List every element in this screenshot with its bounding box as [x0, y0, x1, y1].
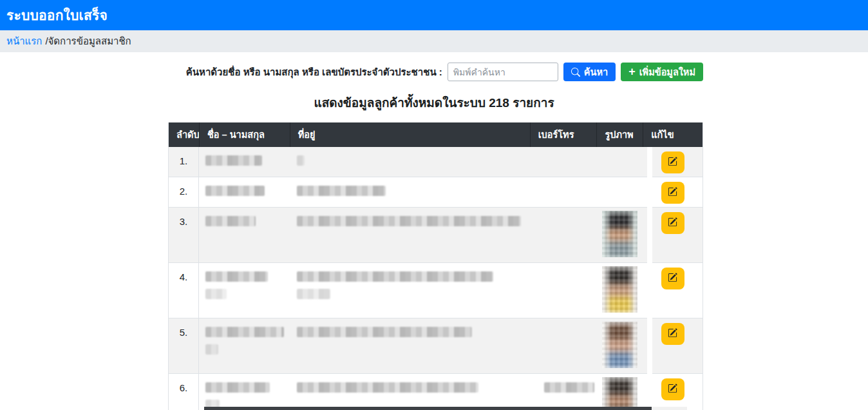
- column-header-name: ชื่อ – นามสกุล: [199, 122, 290, 147]
- column-header-phone: เบอร์โทรติดต่อ: [530, 122, 597, 147]
- table-row: 5.: [169, 318, 703, 374]
- search-bar: ค้นหาด้วยชื่อ หรือ นามสกุล หรือ เลขบัตรป…: [186, 63, 703, 81]
- members-table: ลำดับ ชื่อ – นามสกุล ที่อยู่ เบอร์โทรติด…: [168, 122, 703, 410]
- page: ระบบออกใบเสร็จ หน้าแรก /จัดการข้อมูลสมาช…: [0, 0, 868, 410]
- row-number: 2.: [169, 177, 199, 207]
- pencil-square-icon: [668, 217, 677, 229]
- edit-button[interactable]: [661, 323, 684, 345]
- redacted-name: [205, 382, 270, 393]
- plus-icon: +: [628, 66, 636, 77]
- column-header-edit: แก้ไข: [643, 122, 703, 147]
- redacted-address: [297, 155, 305, 166]
- page-title: แสดงข้อมูลลูกค้าทั้งหมดในระบบ 218 รายการ: [0, 93, 868, 112]
- redacted-name: [205, 216, 256, 226]
- search-input[interactable]: [448, 63, 558, 81]
- row-number: 6.: [169, 374, 199, 410]
- column-header-address: ที่อยู่: [290, 122, 530, 147]
- pencil-square-icon: [668, 187, 677, 199]
- pencil-square-icon: [668, 384, 677, 395]
- app-header: ระบบออกใบเสร็จ: [0, 0, 868, 30]
- row-number: 4.: [169, 263, 199, 318]
- breadcrumb: หน้าแรก /จัดการข้อมูลสมาชิก: [0, 30, 868, 52]
- redacted-address: [297, 327, 472, 337]
- pencil-square-icon: [668, 157, 677, 168]
- redacted-name: [205, 327, 284, 337]
- edit-button[interactable]: [661, 378, 684, 400]
- row-number: 3.: [169, 208, 199, 262]
- edit-button[interactable]: [661, 212, 684, 234]
- redacted-name: [205, 186, 265, 196]
- redacted-address: [297, 289, 330, 299]
- member-photo: [602, 377, 637, 410]
- table-row: 2.: [169, 177, 703, 208]
- row-number: 1.: [169, 147, 199, 177]
- table-header-row: ลำดับ ชื่อ – นามสกุล ที่อยู่ เบอร์โทรติด…: [169, 122, 703, 147]
- edit-button[interactable]: [661, 182, 684, 204]
- row-number: 5.: [169, 318, 199, 373]
- search-button-label: ค้นหา: [584, 64, 608, 79]
- redacted-name: [205, 289, 227, 299]
- redacted-address: [297, 216, 521, 226]
- redacted-name: [205, 344, 218, 355]
- search-label: ค้นหาด้วยชื่อ หรือ นามสกุล หรือ เลขบัตรป…: [186, 64, 442, 80]
- add-new-button[interactable]: + เพิ่มข้อมูลใหม่: [621, 63, 703, 81]
- edit-button[interactable]: [661, 151, 684, 173]
- redacted-name: [205, 155, 262, 166]
- redacted-phone: [544, 382, 594, 393]
- scroll-area-edge: [647, 147, 652, 410]
- table-row: 6.: [169, 374, 703, 410]
- add-button-label: เพิ่มข้อมูลใหม่: [639, 64, 695, 79]
- redacted-address: [297, 382, 478, 393]
- column-header-photo: รูปภาพ: [596, 122, 643, 147]
- breadcrumb-home-link[interactable]: หน้าแรก: [6, 34, 42, 49]
- member-photo: [602, 211, 637, 257]
- table-row: 3.: [169, 208, 703, 263]
- table-row: 1.: [169, 147, 703, 177]
- horizontal-scrollbar-thumb[interactable]: [204, 407, 652, 410]
- redacted-address: [297, 271, 493, 282]
- redacted-address: [297, 186, 386, 196]
- app-title: ระบบออกใบเสร็จ: [6, 5, 108, 26]
- member-photo: [602, 266, 637, 313]
- member-photo: [602, 322, 637, 368]
- pencil-square-icon: [668, 328, 677, 340]
- edit-button[interactable]: [661, 268, 684, 289]
- magnifier-icon: [571, 68, 580, 77]
- search-button[interactable]: ค้นหา: [563, 63, 616, 81]
- pencil-square-icon: [668, 273, 677, 284]
- column-header-no: ลำดับ: [169, 122, 199, 147]
- breadcrumb-current: /จัดการข้อมูลสมาชิก: [45, 34, 131, 49]
- horizontal-scrollbar[interactable]: [204, 407, 687, 410]
- table-row: 4.: [169, 263, 703, 318]
- redacted-name: [205, 271, 268, 282]
